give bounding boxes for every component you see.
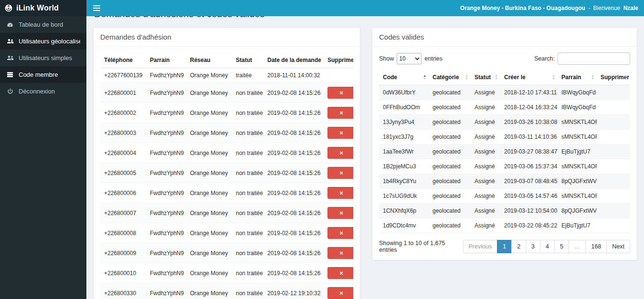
users-icon (6, 55, 14, 61)
pagination-button-4[interactable]: 4 (540, 240, 555, 253)
delete-button[interactable]: × (327, 287, 353, 299)
panels-container: Demandes d'adhésion TéléphoneParrainRése… (93, 27, 637, 299)
sidebar-item-label: Code membre (19, 71, 58, 78)
delete-button[interactable]: × (327, 127, 353, 139)
cell-parrain: FwdhzYphN9 (146, 103, 186, 123)
sidebar-item-deconnexion[interactable]: Déconnexion (0, 83, 86, 100)
table-row: 1d9CDtc4mvgeolocatedAssigné2019-03-22 08… (379, 218, 630, 233)
table-row: +226800009FwdhzYphN9Orange Moneynon trai… (100, 243, 353, 263)
column-label: Statut (475, 74, 491, 81)
delete-button[interactable]: × (327, 267, 353, 279)
sidebar-item-label: Tableau de bord (19, 21, 63, 28)
sidebar-item-code-membre[interactable]: Code membre (0, 66, 86, 83)
cell-parrain: FwdhzYphN9 (146, 68, 186, 83)
cell-supprimer: × (324, 183, 353, 203)
sort-icon: ▲▼ (495, 74, 498, 80)
column-label: Catégorie (433, 74, 459, 81)
cell-reseau: Orange Money (186, 183, 232, 203)
delete-button[interactable]: × (327, 147, 353, 159)
column-header-creer-le[interactable]: Créer le▲▼ (500, 70, 558, 85)
delete-button[interactable]: × (327, 167, 353, 179)
delete-button[interactable]: × (327, 207, 353, 219)
cell-code: 0dW36UfbrY (379, 85, 429, 100)
hamburger-icon (93, 5, 100, 6)
delete-button[interactable]: × (327, 107, 353, 119)
cell-reseau: Orange Money (186, 68, 232, 83)
pagination-button-5[interactable]: 5 (554, 240, 569, 253)
cell-date: 2019-02-08 14:15:26 (264, 243, 324, 263)
cell-categorie: geolocated (429, 204, 471, 218)
cell-statut: non traitée (232, 203, 264, 223)
cell-supprimer (597, 218, 630, 233)
table-row: +226800001FwdhzYphN9Orange Moneynon trai… (100, 83, 353, 103)
pagination-button-168[interactable]: 168 (585, 240, 607, 253)
adhesions-header-row: TéléphoneParrainRéseauStatutDate de la d… (100, 52, 353, 68)
adhesions-panel: Demandes d'adhésion TéléphoneParrainRése… (93, 27, 360, 299)
cell-supprimer (597, 159, 630, 174)
table-controls: Show 10 entries Search: (379, 52, 630, 65)
delete-button[interactable]: × (327, 247, 353, 259)
main-content: Demandes d'adhésions et codes valides De… (86, 0, 644, 299)
sidebar-item-utilisateurs-geolocalises[interactable]: Utilisateurs géolocalisés (0, 33, 86, 50)
cell-code: 1CNXhfqX6p (379, 204, 429, 218)
column-header-parrain[interactable]: Parrain▲▼ (558, 70, 597, 85)
table-row: 181yxc3J7ggeolocatedAssigné2019-03-11 14… (379, 130, 630, 144)
cell-supprimer: × (324, 163, 353, 183)
cell-supprimer: × (324, 283, 353, 299)
pagination-button-next[interactable]: Next (606, 240, 630, 253)
pagination-page-active[interactable]: 1 (497, 240, 512, 253)
cell-date: 2019-02-12 19:10:32 (264, 283, 324, 299)
cell-creer-le: 2018-12-10 17:43:11 (500, 85, 558, 100)
pagination-button-previous[interactable]: Previous (463, 240, 498, 253)
cell-date: 2019-02-08 14:15:26 (264, 83, 324, 103)
cell-statut: non traitée (232, 263, 264, 283)
delete-button[interactable]: × (327, 187, 353, 199)
cell-supprimer (597, 144, 630, 159)
cell-categorie: geolocated (429, 189, 471, 204)
column-header-supprimer[interactable]: Supprimer▲▼ (597, 70, 630, 85)
delete-button[interactable]: × (327, 87, 353, 99)
column-header-telephone: Téléphone (100, 52, 146, 68)
column-header-reseau: Réseau (186, 52, 232, 68)
column-header-date-de-la-demande: Date de la demande (264, 52, 324, 68)
cell-creer-le: 2019-03-06 15:37:34 (500, 159, 558, 174)
pagination-button-2[interactable]: 2 (511, 240, 526, 253)
column-header-categorie[interactable]: Catégorie▲▼ (429, 70, 471, 85)
cell-telephone: +22677600139 (100, 68, 146, 83)
sort-icon: ▲▼ (423, 74, 426, 80)
sidebar-item-utilisateurs-simples[interactable]: Utilisateurs simples (0, 50, 86, 66)
table-row: 1c7sUG9dUkgeolocatedAssigné2019-03-05 14… (379, 189, 630, 204)
cell-parrain: IBWqyGbqFd (558, 100, 597, 115)
sidebar-item-tableau-de-bord[interactable]: Tableau de bord (0, 16, 86, 33)
table-row: +226800007FwdhzYphN9Orange Moneynon trai… (100, 203, 353, 223)
codes-table-body: 0dW36UfbrYgeolocatedAssigné2018-12-10 17… (379, 85, 630, 233)
cell-parrain: FwdhzYphN9 (146, 123, 186, 143)
cell-telephone: +226800010 (100, 263, 146, 283)
cell-supprimer (597, 174, 630, 189)
table-row: +226800330FwdhzYphN9Orange Moneynon trai… (100, 283, 353, 299)
search-input[interactable] (558, 52, 630, 65)
cell-code: 1c7sUG9dUk (379, 189, 429, 204)
sidebar-toggle-button[interactable] (86, 0, 107, 16)
cell-statut: Assigné (471, 189, 500, 204)
page-length-select[interactable]: 10 (397, 53, 422, 64)
sidebar-menu: Tableau de bordUtilisateurs géolocalisés… (0, 16, 86, 100)
codes-table-head: Code▲▼Catégorie▲▼Statut▲▼Créer le▲▼Parra… (379, 70, 630, 85)
cell-supprimer: × (324, 263, 353, 283)
entries-label: entries (424, 55, 443, 62)
sidebar: Tableau de bordUtilisateurs géolocalisés… (0, 16, 86, 299)
cell-reseau: Orange Money (186, 203, 232, 223)
app-logo[interactable]: iLink World (0, 0, 86, 16)
codes-panel-title: Codes valides (372, 28, 637, 47)
cell-statut: non traitée (232, 223, 264, 243)
adhesions-panel-title: Demandes d'adhésion (94, 28, 360, 47)
column-header-code[interactable]: Code▲▼ (379, 70, 429, 85)
cell-statut: Assigné (471, 174, 500, 189)
cell-date: 2019-02-08 14:15:26 (264, 263, 324, 283)
cell-statut: Assigné (471, 130, 500, 144)
cell-parrain: sMNSKTL4OR (558, 189, 597, 204)
table-info: Showing 1 to 10 of 1,675 entries (379, 240, 463, 253)
pagination-button-3[interactable]: 3 (526, 240, 540, 253)
delete-button[interactable]: × (327, 227, 353, 239)
column-header-statut[interactable]: Statut▲▼ (471, 70, 500, 85)
